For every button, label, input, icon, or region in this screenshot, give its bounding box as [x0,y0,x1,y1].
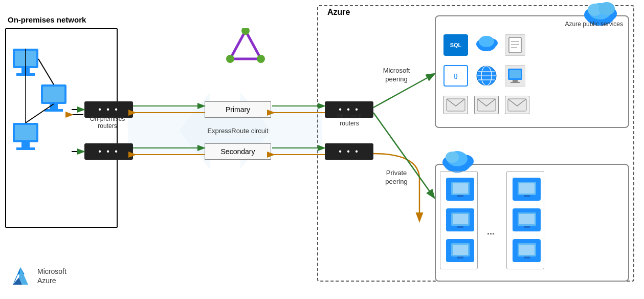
svg-point-7 [257,55,265,63]
svg-rect-17 [21,142,30,147]
azure-logo-icon [8,263,33,289]
onprem-routers-label: On-premises routers [79,115,136,130]
ms-azure-text: Microsoft Azure [37,267,66,285]
svg-point-6 [226,55,234,63]
globe-icon [474,65,499,87]
svg-rect-15 [43,87,64,102]
onprem-label: On-premises network [8,15,86,24]
secondary-label: Secondary [221,147,255,156]
doc-icon [505,34,525,56]
svg-line-21 [26,104,54,123]
vm-group-left [440,171,478,269]
azure-public-services-box: Azure public services SQL {} [435,15,629,128]
svg-point-32 [479,36,494,47]
expressroute-graph-icon [225,28,266,67]
azure-label: Azure [327,8,350,17]
onprem-computers [10,44,77,218]
ms-routers-label: Microsoft routers [321,113,377,127]
vm-group-right [506,171,544,269]
email-icon-2 [474,96,499,114]
svg-line-20 [38,59,54,84]
svg-rect-19 [15,125,36,140]
api-icon: {} [443,65,468,87]
primary-label: Primary [226,105,250,114]
expressroute-label: ExpressRoute circuit [194,127,281,136]
vm-dots: ... [487,226,495,237]
private-peering-label: Private peering [368,169,425,186]
azure-cloud-private-icon [441,147,474,174]
secondary-circuit-box: Secondary [205,143,271,160]
svg-rect-13 [50,104,58,109]
svg-rect-14 [45,109,63,112]
svg-rect-33 [509,37,521,53]
svg-line-2 [230,31,246,59]
primary-circuit-box: Primary [205,101,271,118]
private-peering-box: ... [435,164,629,282]
email-icon-3 [505,96,529,114]
vm-icon-public [505,65,525,87]
svg-rect-43 [509,70,521,78]
sql-icon: SQL [443,34,468,56]
svg-point-28 [598,2,615,15]
onprem-router-bottom: • • • [84,143,133,160]
svg-point-53 [446,152,459,163]
cloud-icon-1 [474,32,499,53]
ms-peering-label: Microsoft peering [368,67,425,84]
svg-rect-45 [510,82,520,83]
ms-router-bottom: • • • [325,143,373,160]
email-icon-1 [443,96,468,114]
svg-rect-18 [16,147,35,150]
ms-azure-logo: Microsoft Azure [8,263,66,289]
svg-rect-44 [513,80,518,82]
svg-line-3 [246,31,261,59]
azure-public-services-label: Azure public services [565,20,623,28]
